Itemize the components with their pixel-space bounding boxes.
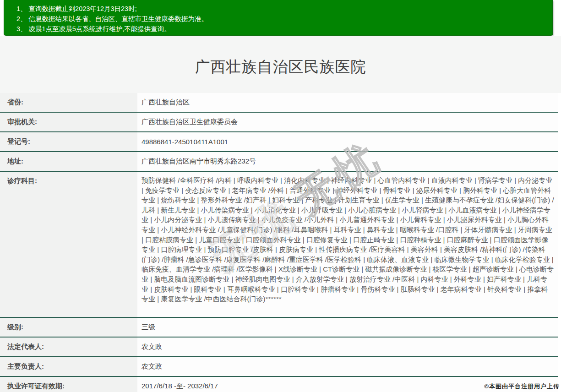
table-row: 登记号: 49886841-245010411A1001 [0,132,558,152]
info-table: 省份: 广西壮族自治区 审批机关: 广西壮族自治区卫生健康委员会 登记号: 49… [0,93,558,392]
row-value: 49886841-245010411A1001 [137,132,558,151]
banner-line-1: 1、 查询数据截止到2023年12月3日23时; [16,4,552,14]
row-label: 地址: [0,152,137,171]
row-label: 执业许可证有效期: [0,377,137,392]
row-value: 农文政 [137,338,558,356]
title-band: 广西壮族自治区民族医院 [0,36,561,93]
table-row: 级别: 三级 [0,318,558,338]
table-row: 省份: 广西壮族自治区 [0,93,558,113]
row-label: 审批机关: [0,113,137,131]
table-row: 法定代表人: 农文政 [0,338,558,357]
row-value: 广西壮族自治区卫生健康委员会 [137,113,558,131]
page: 1、 查询数据截止到2023年12月3日23时; 2、 信息数据结果以各省、自治… [0,0,561,392]
row-label: 登记号: [0,132,137,151]
row-label: 省份: [0,93,137,112]
row-label: 法定代表人: [0,338,137,356]
row-label: 诊疗科目: [0,172,137,317]
table-row: 审批机关: 广西壮族自治区卫生健康委员会 [0,113,558,132]
row-value: 三级 [137,318,558,337]
row-value: 广西壮族自治区 [137,93,558,112]
table-row: 诊疗科目: 预防保健科 /全科医疗科 /内科 | 呼吸内科专业 | 消化内科专业… [0,172,558,318]
table-row: 地址: 广西壮族自治区南宁市明秀东路232号 [0,152,558,172]
row-value: 广西壮族自治区南宁市明秀东路232号 [137,152,558,171]
notice-banner: 1、 查询数据截止到2023年12月3日23时; 2、 信息数据结果以各省、自治… [4,0,553,36]
row-label: 主要负责人: [0,357,137,376]
row-value: 农文政 [137,357,558,376]
table-row: 主要负责人: 农文政 [0,357,558,377]
page-title: 广西壮族自治区民族医院 [0,36,561,77]
row-value: 预防保健科 /全科医疗科 /内科 | 呼吸内科专业 | 消化内科专业 | 神经内… [137,172,558,317]
banner-line-2: 2、 信息数据结果以各省、自治区、直辖市卫生健康委数据为准。 [16,14,552,24]
table-row: 执业许可证有效期: 2017/6/18 -至- 2032/6/17 [0,377,558,392]
row-label: 级别: [0,318,137,337]
upload-credit: ©本图由平台注册用户上传 [484,382,560,391]
banner-line-3: 3、 凌晨1点至凌晨5点系统进行维护,不能提供查询。 [16,24,552,34]
